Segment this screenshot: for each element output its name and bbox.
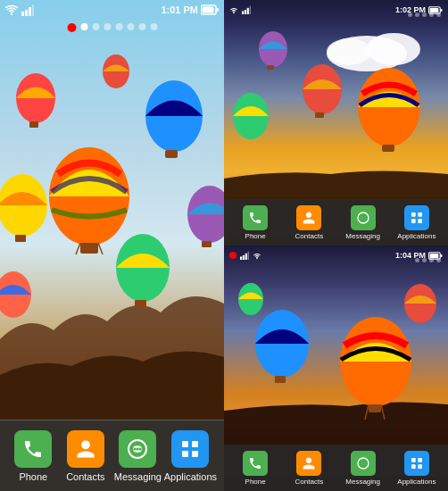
rb-apps-label: Applications: [397, 478, 436, 486]
contacts-label: Contacts: [66, 471, 104, 482]
svg-rect-70: [430, 253, 439, 257]
svg-rect-22: [203, 7, 214, 13]
svg-rect-16: [21, 12, 24, 16]
rt-dot: [408, 12, 412, 17]
svg-point-24: [134, 447, 137, 450]
rb-dock-messaging[interactable]: Messaging: [336, 451, 390, 486]
rt-contacts-icon[interactable]: [296, 205, 321, 230]
contacts-icon[interactable]: [67, 430, 104, 468]
rt-dock-phone[interactable]: Phone: [228, 205, 282, 240]
left-status-right: 1:01 PM: [161, 4, 219, 15]
dock-messaging[interactable]: Messaging: [112, 430, 164, 482]
left-dock: Phone Contacts Messaging: [0, 420, 224, 491]
apps-icon[interactable]: [171, 430, 209, 468]
contacts-svg: [75, 438, 96, 460]
dot-5: [127, 23, 134, 30]
rb-apps-svg: [410, 456, 424, 470]
svg-rect-64: [240, 256, 242, 260]
rb-dock-apps[interactable]: Applications: [390, 451, 444, 486]
svg-rect-52: [411, 212, 416, 217]
left-status-bar: 1:01 PM: [0, 0, 224, 20]
rt-dot: [436, 12, 441, 17]
svg-rect-28: [192, 441, 198, 447]
rb-apps-icon[interactable]: [404, 451, 429, 476]
rb-wifi-icon: [253, 251, 261, 260]
svg-rect-37: [315, 112, 324, 118]
rt-messaging-label: Messaging: [345, 232, 380, 240]
svg-rect-18: [29, 7, 31, 16]
rt-dock: Phone Contacts: [224, 199, 448, 246]
rt-apps-label: Applications: [397, 232, 436, 240]
svg-rect-41: [242, 11, 244, 14]
svg-rect-19: [32, 4, 34, 16]
rb-contacts-icon[interactable]: [296, 451, 321, 476]
dock-contacts[interactable]: Contacts: [60, 430, 112, 482]
right-top-phone: 1:02 PM: [224, 0, 448, 246]
rb-dock-phone[interactable]: Phone: [228, 451, 282, 486]
rb-dot: [429, 258, 434, 262]
rb-dots: [415, 258, 441, 262]
svg-point-74: [364, 462, 366, 464]
dock-phone[interactable]: Phone: [7, 430, 60, 482]
svg-rect-1: [80, 243, 98, 254]
svg-point-32: [367, 33, 420, 65]
signal-icon: [21, 4, 34, 16]
phone-icon[interactable]: [14, 430, 52, 468]
rb-phone-label: Phone: [245, 478, 266, 486]
svg-point-25: [137, 447, 139, 450]
dot-4: [115, 23, 122, 30]
rt-contacts-label: Contacts: [295, 232, 324, 240]
svg-rect-43: [247, 8, 249, 14]
rt-dock-apps[interactable]: Applications: [390, 205, 444, 240]
left-status-left: [5, 4, 34, 16]
left-phone: 1:01 PM Phone: [0, 0, 224, 491]
rt-dot: [415, 12, 419, 17]
rt-dots: [408, 12, 441, 17]
dock-apps[interactable]: Applications: [164, 430, 217, 482]
svg-rect-75: [411, 458, 416, 462]
svg-rect-54: [411, 219, 416, 223]
rt-dock-contacts[interactable]: Contacts: [282, 205, 336, 240]
rb-signal-icon: [240, 251, 249, 260]
rb-contacts-svg: [302, 456, 316, 470]
rt-status-left: [229, 5, 251, 14]
svg-point-26: [139, 447, 142, 450]
rb-dock-contacts[interactable]: Contacts: [282, 451, 336, 486]
svg-point-33: [327, 38, 371, 65]
svg-rect-67: [248, 252, 249, 260]
svg-rect-42: [245, 10, 246, 14]
svg-rect-47: [430, 7, 439, 12]
rb-status-left: [229, 251, 261, 260]
rb-phone-icon[interactable]: [243, 451, 268, 476]
rt-dot: [422, 12, 427, 17]
svg-rect-65: [243, 255, 245, 260]
rt-messaging-icon[interactable]: [351, 205, 376, 230]
rt-phone-svg: [248, 211, 262, 225]
dot-3: [104, 23, 111, 30]
rt-phone-icon[interactable]: [243, 205, 268, 230]
rb-contacts-label: Contacts: [295, 478, 324, 486]
rt-messaging-svg: [356, 211, 370, 225]
messaging-icon[interactable]: [119, 430, 156, 468]
dot-1: [80, 23, 87, 30]
rt-apps-icon[interactable]: [404, 205, 429, 230]
svg-rect-11: [202, 241, 212, 247]
svg-rect-17: [25, 10, 28, 16]
svg-rect-30: [192, 451, 198, 457]
left-time: 1:01 PM: [161, 4, 198, 15]
svg-rect-7: [29, 121, 38, 128]
dot-6: [138, 23, 145, 30]
rb-dot: [415, 258, 419, 262]
messaging-label: Messaging: [114, 471, 162, 482]
rb-messaging-icon[interactable]: [351, 451, 376, 476]
rt-signal-icon: [242, 5, 251, 14]
rt-dock-messaging[interactable]: Messaging: [336, 205, 390, 240]
rt-apps-svg: [410, 211, 424, 225]
svg-rect-9: [15, 235, 26, 242]
svg-rect-29: [182, 451, 188, 457]
right-column: 1:02 PM: [224, 0, 448, 491]
svg-rect-27: [182, 441, 188, 447]
dot-7: [150, 23, 157, 30]
rb-messaging-svg: [356, 456, 370, 470]
svg-rect-14: [135, 300, 146, 307]
